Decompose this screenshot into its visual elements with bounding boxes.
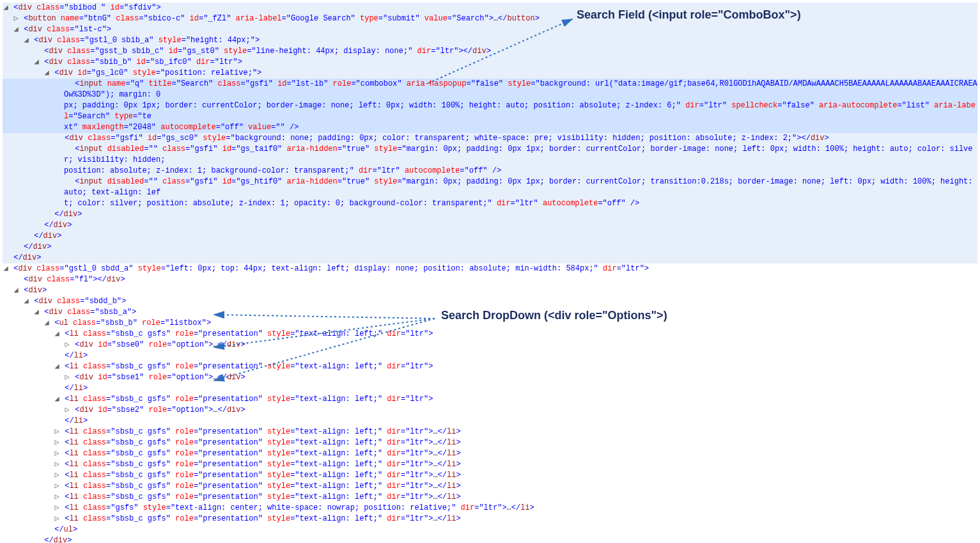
code-line[interactable]: </li> (3, 416, 977, 427)
code-line[interactable]: ◢ <div class="gstl_0 sbib_a" style="heig… (3, 35, 977, 46)
code-line[interactable]: ◢ <li class="sbsb_c gsfs" role="presenta… (3, 361, 977, 372)
code-line[interactable]: </li> (3, 383, 977, 394)
code-line[interactable]: ◢ <li class="sbsb_c gsfs" role="presenta… (3, 329, 977, 340)
code-line[interactable]: </div> (3, 253, 977, 264)
devtools-elements-tree: ◢ <div class="sbibod " id="sfdiv"> ▷ <bu… (3, 3, 977, 543)
code-line[interactable]: ▷ <li class="sbsb_c gsfs" role="presenta… (3, 492, 977, 503)
code-line[interactable]: <div class="fl"></div> (3, 274, 977, 285)
code-line[interactable]: ▷ <li class="gsfs" style="text-align: ce… (3, 503, 977, 514)
code-line[interactable]: <div class="gsst_b sbib_c" id="gs_st0" s… (3, 46, 977, 57)
code-line[interactable]: <input disabled="" class="gsfi" id="gs_h… (3, 177, 977, 209)
search-input-element[interactable]: <input name="q" title="Search" class="gs… (3, 79, 977, 133)
code-line[interactable]: ◢ <div class="gstl_0 sbdd_a" style="left… (3, 264, 977, 274)
code-line[interactable]: </div> (3, 231, 977, 242)
code-line[interactable]: ▷ <li class="sbsb_c gsfs" role="presenta… (3, 514, 977, 524)
code-line[interactable]: </div> (3, 209, 977, 220)
option-element[interactable]: ▷ <div id="sbse2" role="option">…</div> (3, 405, 977, 416)
code-line[interactable]: ◢ <li class="sbsb_c gsfs" role="presenta… (3, 394, 977, 405)
option-element[interactable]: ▷ <div id="sbse0" role="option">…</div> (3, 340, 977, 350)
code-line[interactable]: <input disabled="" class="gsfi" id="gs_t… (3, 144, 977, 177)
code-line[interactable]: </div> (3, 242, 977, 253)
code-line[interactable]: ◢ <div class="lst-c"> (3, 24, 977, 35)
code-line[interactable]: </div> (3, 535, 977, 543)
code-line[interactable]: ▷ <button name="btnG" class="sbico-c" id… (3, 13, 977, 24)
code-line[interactable]: ▷ <li class="sbsb_c gsfs" role="presenta… (3, 459, 977, 470)
code-line[interactable]: ▷ <li class="sbsb_c gsfs" role="presenta… (3, 481, 977, 492)
code-line[interactable]: ◢ <div> (3, 285, 977, 296)
code-line[interactable]: ▷ <li class="sbsb_c gsfs" role="presenta… (3, 427, 977, 437)
code-line[interactable]: ◢ <div class="sbibod " id="sfdiv"> (3, 3, 977, 13)
code-line[interactable]: </ul> (3, 524, 977, 535)
code-line[interactable]: </li> (3, 350, 977, 361)
callout-search-field: Search Field (<input role="ComboBox">) (577, 10, 801, 20)
code-line[interactable]: ▷ <li class="sbsb_c gsfs" role="presenta… (3, 448, 977, 459)
code-line[interactable]: <div class="gsfi" id="gs_sc0" style="bac… (3, 133, 977, 144)
code-line[interactable]: ◢ <div class="sbib_b" id="sb_ifc0" dir="… (3, 57, 977, 68)
code-line[interactable]: ▷ <li class="sbsb_c gsfs" role="presenta… (3, 470, 977, 481)
option-element[interactable]: ▷ <div id="sbse1" role="option">…</div> (3, 372, 977, 383)
code-line[interactable]: </div> (3, 220, 977, 231)
code-line[interactable]: ◢ <div class="sbdd_b"> (3, 296, 977, 307)
callout-search-dropdown: Search DropDown (<div role="Options">) (441, 310, 667, 321)
code-line[interactable]: ◢ <div id="gs_lc0" style="position: rela… (3, 68, 977, 79)
code-line[interactable]: ▷ <li class="sbsb_c gsfs" role="presenta… (3, 437, 977, 448)
